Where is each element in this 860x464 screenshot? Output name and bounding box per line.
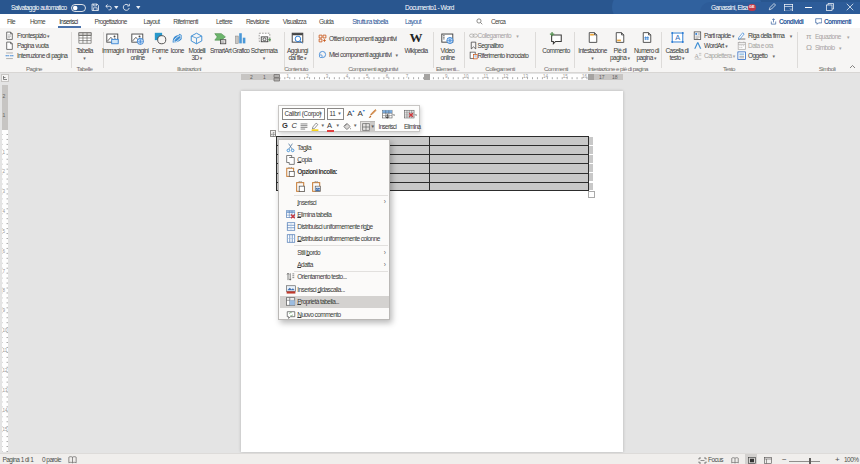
svg-text:A: A	[694, 52, 699, 59]
svg-text:A: A	[675, 33, 680, 42]
